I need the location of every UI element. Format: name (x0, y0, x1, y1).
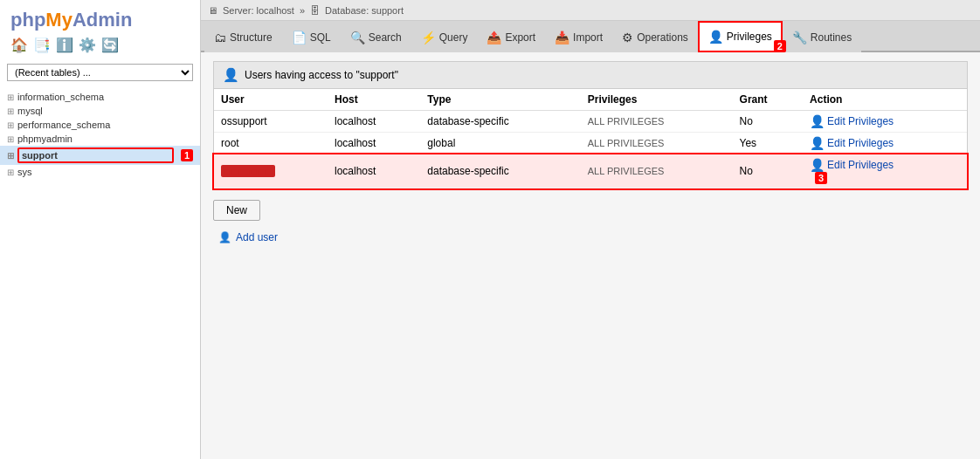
table-row: ossupport localhost database-specific AL… (214, 111, 967, 133)
table-row: root localhost global ALL PRIVILEGES Yes… (214, 133, 967, 154)
label-3: 3 (815, 172, 827, 184)
tab-sql[interactable]: 📄 SQL (282, 21, 341, 52)
sidebar-item-sys[interactable]: ⊞ sys (0, 165, 200, 179)
logo-admin: Admin (72, 9, 132, 31)
type-cell: database-specific (420, 111, 580, 133)
logo-area: phpMyAdmin 🏠 📑 ℹ️ ⚙️ 🔄 (0, 0, 200, 58)
grant-cell: No (733, 154, 804, 188)
new-button[interactable]: New (213, 200, 260, 221)
redacted-username: ■■■■■■■ (221, 165, 275, 177)
settings-icon[interactable]: ⚙️ (79, 37, 96, 53)
col-action: Action (803, 89, 967, 111)
nav-tabs: 🗂 Structure 📄 SQL 🔍 Search ⚡ Query 📤 Exp… (201, 21, 980, 52)
users-table: User Host Type Privileges Grant Action o… (214, 89, 967, 188)
sidebar-item-phpmyadmin[interactable]: ⊞ phpmyadmin (0, 132, 200, 146)
add-user-icon: 👤 (218, 231, 231, 243)
recent-tables-select[interactable]: (Recent tables) ... (7, 64, 193, 81)
new-button-area: New 👤 Add user (213, 200, 968, 247)
sidebar-item-performance_schema[interactable]: ⊞ performance_schema (0, 118, 200, 132)
table-header-row: User Host Type Privileges Grant Action (214, 89, 967, 111)
logo-php: php (10, 9, 45, 31)
add-user-label: Add user (236, 231, 278, 243)
expand-icon: ⊞ (7, 151, 14, 161)
col-user: User (214, 89, 328, 111)
info-icon[interactable]: ℹ️ (56, 37, 73, 53)
expand-icon: ⊞ (7, 120, 14, 130)
logo: phpMyAdmin (10, 9, 190, 31)
database-label: Database: support (325, 5, 404, 16)
query-icon: ⚡ (421, 31, 436, 45)
logo-icons: 🏠 📑 ℹ️ ⚙️ 🔄 (10, 37, 190, 53)
host-cell: localhost (328, 133, 420, 154)
database-icon: 🗄 (310, 5, 320, 16)
home-icon[interactable]: 🏠 (10, 37, 28, 53)
tab-privileges[interactable]: 👤 Privileges 2 (698, 21, 783, 52)
user-cell: ■■■■■■■ (214, 154, 328, 188)
type-cell: global (420, 133, 580, 154)
user-cell: root (214, 133, 328, 154)
logo-my: My (45, 9, 72, 31)
tab-structure[interactable]: 🗂 Structure (204, 21, 282, 52)
action-cell[interactable]: 👤 Edit Privileges 3 (803, 154, 967, 188)
label-2: 2 (774, 40, 786, 52)
privileges-cell: ALL PRIVILEGES (581, 111, 733, 133)
main-content: 🖥 Server: localhost » 🗄 Database: suppor… (201, 0, 980, 459)
action-cell[interactable]: 👤 Edit Privileges (803, 133, 967, 154)
col-host: Host (328, 89, 420, 111)
users-header-icon: 👤 (223, 67, 239, 83)
routines-icon: 🔧 (792, 31, 807, 45)
edit-privileges-link[interactable]: 👤 Edit Privileges (810, 158, 960, 172)
action-cell[interactable]: 👤 Edit Privileges (803, 111, 967, 133)
privileges-icon: 👤 (708, 30, 723, 44)
export-icon: 📤 (487, 31, 501, 45)
title-bar: 🖥 Server: localhost » 🗄 Database: suppor… (201, 0, 980, 21)
expand-icon: ⊞ (7, 168, 14, 177)
db-tree: ⊞ information_schema ⊞ mysql ⊞ performan… (0, 86, 200, 459)
tab-import[interactable]: 📥 Import (545, 21, 612, 52)
operations-icon: ⚙ (622, 31, 633, 45)
import-icon: 📥 (555, 31, 569, 45)
privileges-cell: ALL PRIVILEGES (581, 133, 733, 154)
expand-icon: ⊞ (7, 106, 14, 116)
edit-icon: 👤 (810, 136, 825, 150)
separator: » (300, 5, 305, 16)
content-area: 👤 Users having access to "support" User … (201, 52, 980, 459)
search-tab-icon: 🔍 (350, 31, 365, 45)
add-user-link[interactable]: 👤 Add user (213, 228, 968, 247)
sidebar: phpMyAdmin 🏠 📑 ℹ️ ⚙️ 🔄 (Recent tables) .… (0, 0, 201, 459)
edit-icon: 👤 (810, 158, 825, 172)
refresh-icon[interactable]: 🔄 (101, 37, 119, 53)
server-icon: 🖥 (208, 5, 217, 16)
label-1: 1 (181, 149, 193, 161)
sidebar-item-mysql[interactable]: ⊞ mysql (0, 104, 200, 118)
col-grant: Grant (733, 89, 804, 111)
users-panel: 👤 Users having access to "support" User … (213, 61, 968, 189)
tab-routines[interactable]: 🔧 Routines (783, 21, 861, 52)
users-header-label: Users having access to "support" (245, 69, 398, 81)
server-label: Server: localhost (223, 5, 294, 16)
expand-icon: ⊞ (7, 92, 14, 102)
grant-cell: No (733, 111, 804, 133)
structure-icon: 🗂 (214, 31, 226, 45)
sidebar-item-support[interactable]: ⊞ support 1 (0, 146, 200, 165)
col-type: Type (420, 89, 580, 111)
sidebar-item-information_schema[interactable]: ⊞ information_schema (0, 90, 200, 104)
type-cell: database-specific (420, 154, 580, 188)
host-cell: localhost (328, 154, 420, 188)
tab-query[interactable]: ⚡ Query (411, 21, 478, 52)
users-header: 👤 Users having access to "support" (214, 62, 967, 89)
col-privileges: Privileges (581, 89, 733, 111)
edit-privileges-link[interactable]: 👤 Edit Privileges (810, 114, 960, 128)
tab-export[interactable]: 📤 Export (477, 21, 545, 52)
bookmark-icon[interactable]: 📑 (33, 37, 51, 53)
tab-search[interactable]: 🔍 Search (341, 21, 411, 52)
table-row: ■■■■■■■ localhost database-specific ALL … (214, 154, 967, 188)
sql-icon: 📄 (292, 31, 307, 45)
edit-privileges-link[interactable]: 👤 Edit Privileges (810, 136, 960, 150)
tab-operations[interactable]: ⚙ Operations (612, 21, 698, 52)
host-cell: localhost (328, 111, 420, 133)
privileges-cell: ALL PRIVILEGES (581, 154, 733, 188)
edit-icon: 👤 (810, 114, 825, 128)
user-cell: ossupport (214, 111, 328, 133)
grant-cell: Yes (733, 133, 804, 154)
